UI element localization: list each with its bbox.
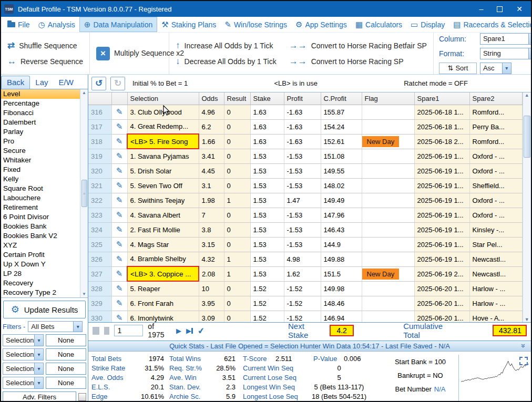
collapse-chevrons-icon[interactable]: » — [519, 344, 528, 348]
scroll-down-icon[interactable]: ▼ — [525, 317, 529, 322]
table-scrollbar[interactable]: ▲ ▼ — [523, 92, 531, 322]
scrollbar-thumb[interactable]: ≡ — [81, 180, 87, 207]
undo-button[interactable]: ↺ — [91, 77, 106, 90]
edit-row-button[interactable]: ✎ — [111, 281, 127, 296]
scroll-up-icon[interactable]: ▲ — [525, 92, 529, 98]
chevron-down-icon[interactable]: ▾ — [34, 335, 43, 346]
chevron-down-icon[interactable]: ▾ — [528, 34, 532, 44]
sidebar-item-retirement[interactable]: Retirement — [1, 203, 80, 212]
scroll-down-icon[interactable]: ▼ — [82, 291, 86, 297]
edit-row-button[interactable]: ✎ — [111, 252, 127, 266]
sidebar-item-fixed[interactable]: Fixed — [1, 165, 80, 174]
menu-winlose-strings[interactable]: ✎Win/lose Strings — [220, 17, 291, 32]
table-row[interactable]: 320✎5. Drish Solar4.4501.53-1.53149.5520… — [88, 163, 522, 178]
sidebar-item-recovery-type-2[interactable]: Recovery Type 2 — [1, 288, 80, 297]
table-row[interactable]: 318✎<LB> 5. Fire Song1.6601.63-1.63152.6… — [88, 134, 522, 149]
table-row[interactable]: 321✎5. Seven Two Off3.101.53-1.53148.022… — [88, 178, 522, 193]
adv-filters-checkbox[interactable] — [78, 393, 86, 401]
sidebar-item-bookies-bank-v2[interactable]: Bookies Bank V2 — [1, 231, 80, 241]
sidebar-item-parlay[interactable]: Parlay — [1, 127, 80, 137]
filter-value-button-1[interactable]: None — [46, 334, 86, 346]
sort-direction-select[interactable]: Asc▾ — [480, 63, 511, 74]
last-page-button[interactable]: ▶ — [186, 327, 193, 335]
filter-type-select-3[interactable]: Selection▾ — [3, 363, 44, 375]
table-row[interactable]: 327✎<LB> 3. Coppice ...2.0811.531.62151.… — [88, 266, 522, 281]
scroll-up-icon[interactable]: ▲ — [82, 89, 86, 96]
sidebar-item-level[interactable]: Level — [1, 89, 80, 99]
sidebar-item-whitaker[interactable]: Whitaker — [1, 156, 80, 165]
brush-icon[interactable]: ✔ — [197, 325, 205, 336]
col-spare2[interactable]: Spare2 — [469, 92, 522, 105]
close-button[interactable]: ✕ — [516, 5, 523, 13]
sidebar-item-percentage[interactable]: Percentage — [1, 99, 80, 108]
menu-staking-plans[interactable]: ⚒Staking Plans — [157, 17, 220, 32]
menu-data-manipulation[interactable]: ⊕Data Manipulation — [79, 17, 157, 32]
edit-row-button[interactable]: ✎ — [111, 311, 127, 322]
sidebar-item-xyz[interactable]: XYZ — [1, 241, 80, 250]
sidebar-scrollbar[interactable]: ▲ ≡ ▼ — [80, 89, 88, 297]
sort-button[interactable]: ⇅Sort — [439, 63, 477, 74]
table-row[interactable]: 319✎1. Savana Pyjamas3.4101.53-1.53151.0… — [88, 149, 522, 163]
tab-lay[interactable]: Lay — [30, 76, 53, 89]
edit-row-button[interactable]: ✎ — [111, 193, 127, 208]
page-number-input[interactable]: 1 — [114, 325, 144, 336]
redo-button[interactable]: ↻ — [110, 77, 125, 90]
sidebar-item-recovery[interactable]: Recovery — [1, 279, 80, 288]
menu-calculators[interactable]: ▦Calculators — [351, 17, 406, 32]
scrollbar-thumb[interactable] — [524, 116, 530, 158]
col-stake[interactable]: Stake — [250, 92, 284, 105]
sidebar-item-kelly[interactable]: Kelly — [1, 174, 80, 184]
chevron-down-icon[interactable]: ▾ — [34, 349, 43, 360]
menu-analysis[interactable]: ◷Analysis — [34, 17, 79, 32]
edit-row-button[interactable]: ✎ — [111, 119, 127, 134]
edit-row-button[interactable]: ✎ — [111, 134, 127, 149]
table-row[interactable]: 317✎4. Great Redemp...6.201.63-1.63154.2… — [88, 119, 522, 134]
quick-stats-header[interactable]: Quick Stats - Last File Opened = Selecti… — [88, 341, 531, 352]
col-odds[interactable]: Odds — [199, 92, 224, 105]
sidebar-item-lp-28[interactable]: LP 28 — [1, 269, 80, 279]
table-row[interactable]: 325✎4. Mags Star3.1501.53-1.53144.92025-… — [88, 237, 522, 252]
edit-row-button[interactable]: ✎ — [111, 222, 127, 237]
update-results-button[interactable]: ⚙ Update Results — [3, 301, 86, 318]
sidebar-item-secure[interactable]: Secure — [1, 146, 80, 156]
sidebar-item-pro[interactable]: Pro — [1, 137, 80, 146]
col-spare1[interactable]: Spare1 — [414, 92, 469, 105]
increase-odds-button[interactable]: ↑Increase All Odds by 1 Tick — [176, 40, 277, 51]
filter-type-select-4[interactable]: Selection▾ — [3, 377, 44, 389]
convert-betfair-sp-button[interactable]: →→Convert to Horse Racing Betfair SP — [289, 40, 427, 51]
menu-app-settings[interactable]: ⚙App Settings — [291, 17, 351, 32]
filter-type-select-2[interactable]: Selection▾ — [3, 348, 44, 360]
first-page-button[interactable]: ◀ — [93, 327, 99, 335]
edit-row-button[interactable]: ✎ — [111, 296, 127, 311]
tab-ew[interactable]: E/W — [54, 76, 79, 89]
table-row[interactable]: 330✎6. Imonlytwink3.0901.52-1.52146.9420… — [88, 311, 522, 322]
chevron-down-icon[interactable]: ▾ — [34, 377, 43, 388]
filter-type-select-1[interactable]: Selection▾ — [3, 334, 44, 346]
sidebar-item-bookies-bank[interactable]: Bookies Bank — [1, 222, 80, 231]
chevron-down-icon[interactable]: ▾ — [73, 322, 82, 332]
edit-row-button[interactable]: ✎ — [111, 208, 127, 222]
prev-page-button[interactable]: ◀ — [104, 327, 109, 335]
col-selection[interactable]: Selection — [127, 92, 199, 105]
edit-row-button[interactable]: ✎ — [111, 105, 127, 119]
minimize-button[interactable]: – — [479, 5, 483, 13]
sidebar-item-square-root[interactable]: Square Root — [1, 184, 80, 193]
edit-row-button[interactable]: ✎ — [111, 266, 127, 281]
edit-row-button[interactable]: ✎ — [111, 237, 127, 252]
table-row[interactable]: 324✎2. Fast Fit Mollie3.801.53-1.53146.4… — [88, 222, 522, 237]
reverse-sequence-button[interactable]: ↔Reverse Sequence — [7, 56, 83, 67]
col-flag[interactable]: Flag — [362, 92, 414, 105]
convert-sp-button[interactable]: →→Convert to Horse Racing SP — [289, 56, 427, 67]
expand-icon[interactable] — [519, 357, 528, 365]
col-result[interactable]: Result — [224, 92, 250, 105]
table-row[interactable]: 323✎4. Savana Albert701.53-1.53147.96202… — [88, 208, 522, 222]
decrease-odds-button[interactable]: ↓Decrease All Odds by 1 Tick — [176, 56, 277, 67]
filter-value-button-4[interactable]: None — [46, 377, 86, 389]
table-row[interactable]: 326✎4. Bramble Shelby4.3211.534.98149.88… — [88, 252, 522, 266]
format-select[interactable]: String▾ — [480, 48, 532, 59]
chevron-down-icon[interactable]: ▾ — [34, 363, 43, 374]
chevron-down-icon[interactable]: ▾ — [502, 63, 511, 74]
maximize-button[interactable] — [497, 6, 503, 12]
sidebar-item-fibonacci[interactable]: Fibonacci — [1, 108, 80, 118]
adv-filters-button[interactable]: Adv. Filters — [3, 391, 76, 402]
